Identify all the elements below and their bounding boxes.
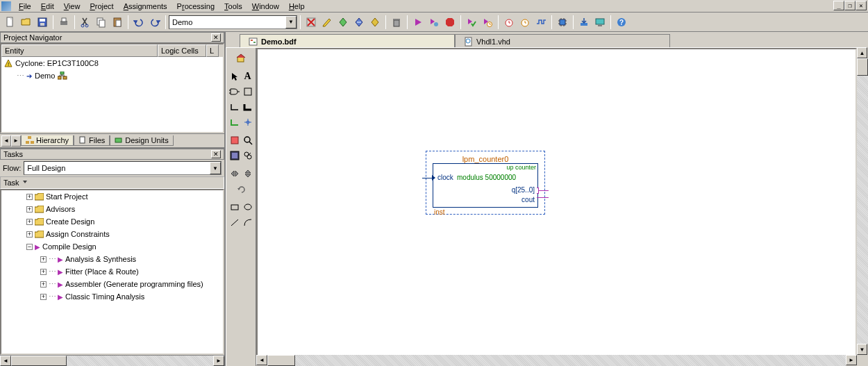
diamond-green-button[interactable]: [335, 15, 351, 30]
restore-button[interactable]: ❐: [844, 1, 856, 10]
palette-rect[interactable]: [228, 200, 241, 214]
cout-port[interactable]: [537, 197, 549, 198]
download-button[interactable]: [576, 15, 592, 30]
panel-close-button[interactable]: ✕: [211, 33, 221, 42]
palette-text[interactable]: A: [241, 69, 254, 83]
palette-find[interactable]: [241, 149, 254, 163]
save-button[interactable]: [35, 15, 50, 30]
q-port[interactable]: [537, 188, 549, 194]
scroll-thumb[interactable]: [11, 356, 67, 366]
col-logiccells[interactable]: Logic Cells: [158, 44, 206, 57]
chip-blue-button[interactable]: [555, 15, 570, 30]
clock-port[interactable]: [422, 175, 435, 181]
palette-oval[interactable]: [241, 200, 254, 214]
file-tab-demo[interactable]: Demo.bdf: [240, 34, 455, 47]
diamond-yellow-button[interactable]: [367, 15, 383, 30]
palette-sheet[interactable]: [228, 133, 241, 147]
expander-icon[interactable]: +: [40, 281, 47, 288]
task-analysis[interactable]: + ⋯ ▶ Analysis & Synthesis: [1, 253, 223, 265]
pencil-button[interactable]: [319, 15, 335, 30]
scroll-thumb[interactable]: [267, 355, 295, 366]
expander-icon[interactable]: +: [40, 294, 47, 300]
menu-view[interactable]: View: [59, 1, 85, 11]
palette-wire-bus[interactable]: [241, 100, 254, 114]
menu-window[interactable]: Window: [247, 1, 284, 11]
scroll-right[interactable]: ►: [213, 356, 224, 366]
tab-hierarchy[interactable]: Hierarchy: [21, 135, 74, 146]
flow-combo[interactable]: Full Design ▼: [24, 161, 222, 175]
device-row[interactable]: ! Cyclone: EP1C3T100C8: [1, 57, 223, 69]
expander-icon[interactable]: +: [26, 206, 33, 213]
menu-processing[interactable]: Processing: [172, 1, 219, 11]
clock-red-button[interactable]: [501, 15, 517, 30]
chevron-down-icon[interactable]: ▼: [210, 162, 221, 174]
project-combo[interactable]: Demo ▼: [169, 15, 297, 29]
task-fitter[interactable]: + ⋯ ▶ Fitter (Place & Route): [1, 265, 223, 278]
task-advisors[interactable]: + Advisors: [1, 203, 223, 215]
scroll-up[interactable]: ▲: [857, 47, 867, 58]
entity-row[interactable]: ⋯ ➔ Demo: [1, 69, 223, 82]
new-button[interactable]: [3, 15, 18, 30]
close-button[interactable]: ✕: [856, 1, 867, 10]
scroll-left[interactable]: ◄: [0, 356, 11, 366]
menu-tools[interactable]: Tools: [219, 1, 247, 11]
palette-pointer[interactable]: [228, 69, 241, 83]
task-column-header[interactable]: Task: [0, 176, 224, 189]
stop-button[interactable]: [442, 15, 458, 30]
task-create-design[interactable]: + Create Design: [1, 215, 223, 228]
scroll-left[interactable]: ◄: [256, 355, 267, 365]
menu-project[interactable]: Project: [85, 1, 118, 11]
clock-orange-button[interactable]: [517, 15, 533, 30]
palette-gate[interactable]: [228, 85, 241, 99]
tab-design-units[interactable]: Design Units: [110, 135, 173, 146]
tasks-hscrollbar[interactable]: ◄ ►: [0, 355, 224, 366]
task-start-project[interactable]: + Start Project: [1, 190, 223, 203]
expander-icon[interactable]: +: [26, 219, 33, 225]
file-tab-vhdl[interactable]: Vhdl1.vhd: [455, 34, 670, 47]
play-button[interactable]: [410, 15, 426, 30]
menu-edit[interactable]: Edit: [36, 1, 59, 11]
cut-button[interactable]: [78, 15, 93, 30]
menu-assignments[interactable]: Assignments: [119, 1, 172, 11]
palette-home[interactable]: [234, 51, 248, 65]
schematic-canvas[interactable]: lpm_counter0 up counter clock modulus 50…: [256, 48, 857, 366]
diamond-blue-button[interactable]: [351, 15, 367, 30]
play-clock-button[interactable]: [480, 15, 495, 30]
chevron-down-icon[interactable]: ▼: [285, 16, 297, 28]
tab-scroll-right[interactable]: ►: [11, 135, 21, 147]
monitor-button[interactable]: [592, 15, 608, 30]
trash-button[interactable]: [389, 15, 404, 30]
menu-file[interactable]: File: [14, 1, 36, 11]
scroll-down[interactable]: ▼: [857, 344, 867, 355]
canvas-hscrollbar[interactable]: ◄ ►: [256, 355, 857, 366]
wave-button[interactable]: [533, 15, 549, 30]
palette-snap[interactable]: [241, 115, 254, 129]
settings-red-button[interactable]: [303, 15, 319, 30]
palette-conduit[interactable]: [228, 115, 241, 129]
tasks-close-button[interactable]: ✕: [211, 150, 221, 158]
minimize-button[interactable]: _: [833, 1, 844, 10]
palette-fullscreen[interactable]: [228, 149, 241, 163]
canvas-vscrollbar[interactable]: ▲ ▼: [857, 47, 868, 355]
open-button[interactable]: [19, 15, 34, 30]
print-button[interactable]: [56, 15, 72, 30]
palette-flip-h[interactable]: [228, 167, 241, 181]
tab-files[interactable]: Files: [74, 135, 110, 146]
lpm-counter-block[interactable]: lpm_counter0 up counter clock modulus 50…: [433, 155, 538, 208]
expander-icon[interactable]: +: [26, 231, 33, 238]
palette-wire-ortho[interactable]: [228, 100, 241, 114]
expander-icon[interactable]: +: [40, 269, 47, 275]
expander-icon[interactable]: −: [26, 244, 33, 250]
expander-icon[interactable]: +: [40, 256, 47, 263]
play-gear-button[interactable]: [426, 15, 442, 30]
col-l[interactable]: L: [206, 44, 219, 57]
col-entity[interactable]: Entity: [1, 44, 158, 57]
palette-arc[interactable]: [241, 215, 254, 229]
menu-help[interactable]: Help: [284, 1, 310, 11]
tab-scroll-left[interactable]: ◄: [1, 135, 11, 147]
palette-zoom[interactable]: [241, 133, 254, 147]
paste-button[interactable]: [110, 15, 125, 30]
scroll-right[interactable]: ►: [846, 355, 857, 365]
play-check-button[interactable]: [464, 15, 479, 30]
palette-line[interactable]: [228, 215, 241, 229]
